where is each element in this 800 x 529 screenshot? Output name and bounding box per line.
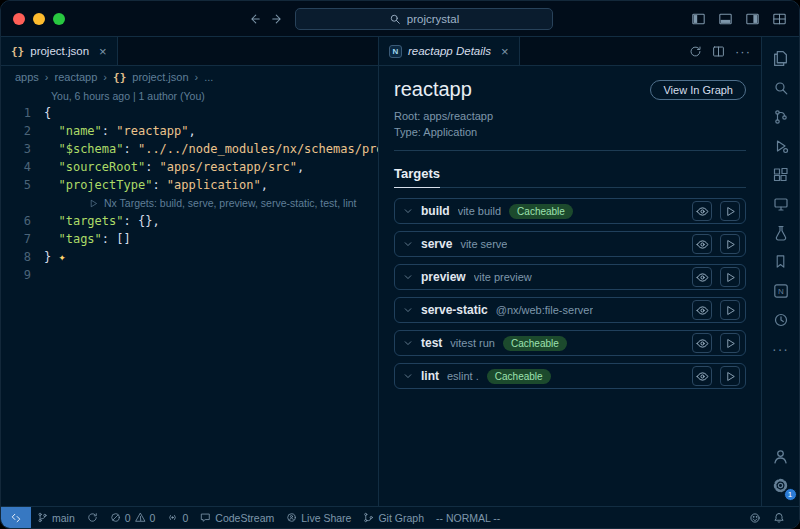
navigate-back-button[interactable] bbox=[247, 12, 261, 26]
feedback-button[interactable] bbox=[743, 507, 767, 528]
show-target-details-button[interactable] bbox=[692, 234, 712, 254]
search-button[interactable] bbox=[762, 73, 800, 102]
breadcrumb-item-symbol[interactable]: ... bbox=[204, 71, 213, 83]
status-git-graph[interactable]: Git Graph bbox=[357, 507, 430, 528]
run-target-button[interactable] bbox=[720, 300, 740, 320]
target-command: @nx/web:file-server bbox=[496, 304, 593, 316]
tab-reactapp-details[interactable]: N reactapp Details × bbox=[379, 37, 520, 65]
code-text: "name": "reactapp", bbox=[31, 122, 196, 140]
target-name: build bbox=[421, 204, 450, 218]
timeline-button[interactable] bbox=[762, 305, 800, 334]
run-target-button[interactable] bbox=[720, 267, 740, 287]
tab-project-json[interactable]: {} project.json × bbox=[1, 37, 118, 65]
code-line[interactable]: 6 "targets": {}, bbox=[1, 212, 378, 230]
zoom-window-button[interactable] bbox=[53, 13, 65, 25]
toggle-sidebar-button[interactable] bbox=[691, 12, 706, 26]
layout-sidebar-right-icon bbox=[745, 12, 760, 26]
vim-mode-indicator[interactable]: -- NORMAL -- bbox=[430, 507, 506, 528]
settings-button[interactable]: 1 bbox=[762, 471, 800, 500]
show-target-details-button[interactable] bbox=[692, 333, 712, 353]
cacheable-badge: Cacheable bbox=[503, 336, 567, 351]
show-target-details-button[interactable] bbox=[692, 300, 712, 320]
extensions-button[interactable] bbox=[762, 160, 800, 189]
view-in-graph-button[interactable]: View In Graph bbox=[650, 80, 746, 100]
more-actions-button[interactable]: ··· bbox=[735, 44, 751, 59]
status-branch[interactable]: main bbox=[31, 507, 81, 528]
status-sync[interactable] bbox=[81, 507, 104, 528]
chevron-right-icon: › bbox=[195, 71, 199, 83]
git-branch-icon bbox=[37, 512, 48, 523]
target-row-test[interactable]: testvitest runCacheable bbox=[394, 330, 746, 356]
code-line[interactable]: 8} ✦ bbox=[1, 248, 378, 266]
type-value: Application bbox=[423, 126, 477, 138]
toggle-panel-button[interactable] bbox=[718, 12, 733, 26]
code-text: } ✦ bbox=[31, 248, 66, 266]
code-line[interactable]: 2 "name": "reactapp", bbox=[1, 122, 378, 140]
more-icon: ··· bbox=[772, 341, 789, 357]
status-problems[interactable]: 0 0 bbox=[104, 507, 162, 528]
explorer-button[interactable] bbox=[762, 44, 800, 73]
cacheable-badge: Cacheable bbox=[509, 204, 573, 219]
broadcast-count: 0 bbox=[182, 512, 188, 524]
close-tab-icon[interactable]: × bbox=[501, 44, 509, 59]
additional-views-button[interactable]: ··· bbox=[762, 334, 800, 363]
run-debug-button[interactable] bbox=[762, 131, 800, 160]
bookmarks-button[interactable] bbox=[762, 247, 800, 276]
chevron-right-icon: › bbox=[45, 71, 49, 83]
breadcrumb[interactable]: apps › reactapp › {} project.json › ... bbox=[1, 66, 378, 88]
split-editor-button[interactable] bbox=[712, 45, 725, 58]
customize-layout-button[interactable] bbox=[772, 12, 787, 26]
workbench: {} project.json × apps › reactapp › {} p… bbox=[1, 37, 799, 506]
tab-label: reactapp Details bbox=[408, 45, 491, 57]
nx-console-button[interactable]: N bbox=[762, 276, 800, 305]
code-line[interactable]: 1{ bbox=[1, 104, 378, 122]
command-center-search[interactable]: projcrystal bbox=[295, 8, 553, 30]
code-editor[interactable]: You, 6 hours ago | 1 author (You)1{2 "na… bbox=[1, 88, 378, 506]
run-target-button[interactable] bbox=[720, 234, 740, 254]
toggle-secondary-sidebar-button[interactable] bbox=[745, 12, 760, 26]
testing-button[interactable] bbox=[762, 218, 800, 247]
line-number: 2 bbox=[1, 122, 31, 140]
target-row-lint[interactable]: linteslint .Cacheable bbox=[394, 363, 746, 389]
target-row-preview[interactable]: previewvite preview bbox=[394, 264, 746, 290]
refresh-button[interactable] bbox=[689, 45, 702, 58]
accounts-button[interactable] bbox=[762, 442, 800, 471]
breadcrumb-item-reactapp[interactable]: reactapp bbox=[55, 71, 98, 83]
code-text: "projectType": "application", bbox=[31, 176, 268, 194]
close-window-button[interactable] bbox=[13, 13, 25, 25]
remote-explorer-button[interactable] bbox=[762, 189, 800, 218]
target-row-serve[interactable]: servevite serve bbox=[394, 231, 746, 257]
close-tab-icon[interactable]: × bbox=[99, 44, 107, 59]
git-graph-icon bbox=[363, 512, 374, 523]
show-target-details-button[interactable] bbox=[692, 366, 712, 386]
remote-indicator[interactable] bbox=[1, 507, 31, 528]
code-line[interactable]: 5 "projectType": "application", bbox=[1, 176, 378, 194]
code-line[interactable]: 9 bbox=[1, 266, 378, 284]
target-row-serve-static[interactable]: serve-static@nx/web:file-server bbox=[394, 297, 746, 323]
show-target-details-button[interactable] bbox=[692, 201, 712, 221]
run-target-button[interactable] bbox=[720, 333, 740, 353]
code-line[interactable]: 4 "sourceRoot": "apps/reactapp/src", bbox=[1, 158, 378, 176]
minimize-window-button[interactable] bbox=[33, 13, 45, 25]
source-control-button[interactable] bbox=[762, 102, 800, 131]
play-icon bbox=[89, 199, 98, 208]
breadcrumb-item-file[interactable]: project.json bbox=[132, 71, 188, 83]
code-line[interactable]: 3 "$schema": "../../node_modules/nx/sche… bbox=[1, 140, 378, 158]
status-codestream[interactable]: CodeStream bbox=[194, 507, 280, 528]
show-target-details-button[interactable] bbox=[692, 267, 712, 287]
run-target-button[interactable] bbox=[720, 366, 740, 386]
breadcrumb-item-apps[interactable]: apps bbox=[15, 71, 39, 83]
codelens-blame[interactable]: You, 6 hours ago | 1 author (You) bbox=[1, 89, 378, 104]
notifications-button[interactable] bbox=[767, 507, 791, 528]
code-line[interactable]: 7 "tags": [] bbox=[1, 230, 378, 248]
target-command: eslint . bbox=[447, 370, 479, 382]
status-live-share[interactable]: Live Share bbox=[280, 507, 357, 528]
run-target-button[interactable] bbox=[720, 201, 740, 221]
navigate-forward-button[interactable] bbox=[271, 12, 285, 26]
target-row-build[interactable]: buildvite buildCacheable bbox=[394, 198, 746, 224]
play-icon bbox=[725, 371, 736, 382]
codestream-label: CodeStream bbox=[215, 512, 274, 524]
nx-targets-hint[interactable]: Nx Targets: build, serve, preview, serve… bbox=[1, 194, 378, 212]
target-name: serve-static bbox=[421, 303, 488, 317]
status-broadcast[interactable]: 0 bbox=[161, 507, 194, 528]
